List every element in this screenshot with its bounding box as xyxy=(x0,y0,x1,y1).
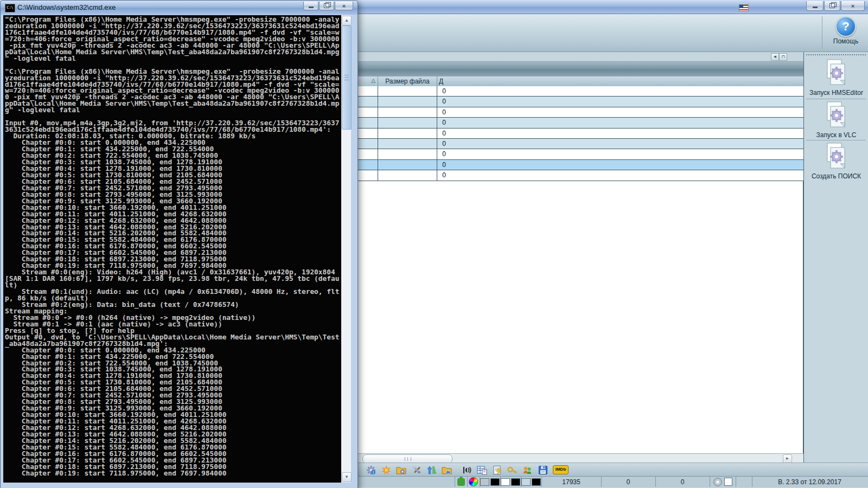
cell-duration: 0 xyxy=(437,139,447,149)
cmd-close-button[interactable]: × xyxy=(335,2,353,10)
panel-drag-handle[interactable] xyxy=(806,54,866,55)
help-question-icon: ? xyxy=(835,16,856,37)
cell-duration: 0 xyxy=(437,86,447,96)
media-folder-settings-icon[interactable] xyxy=(396,465,406,475)
access-key-icon[interactable] xyxy=(507,465,518,475)
console-output-area[interactable]: "C:\Program Files (x86)\Home Media Serve… xyxy=(3,15,341,483)
folder-sync-icon[interactable] xyxy=(442,465,452,475)
help-label: Помощь xyxy=(826,37,866,45)
cmd-window-title: C:\Windows\system32\cmd.exe xyxy=(17,3,116,11)
swatch-gray xyxy=(480,478,489,486)
cell-size xyxy=(378,86,437,96)
hms-minimize-button[interactable] xyxy=(806,1,824,11)
hms-close-button[interactable]: × xyxy=(841,1,865,11)
console-text: "C:\Program Files (x86)\Home Media Serve… xyxy=(3,15,341,477)
color-wheel-icon xyxy=(469,477,478,486)
status-cell-empty xyxy=(356,477,455,487)
help-button[interactable]: ? Помощь xyxy=(826,15,866,50)
swatch-white xyxy=(501,478,510,486)
hms-restore-button[interactable] xyxy=(824,1,840,11)
swatch-black-3 xyxy=(532,478,541,486)
clients-users-icon[interactable] xyxy=(522,465,533,475)
status-plugin-cell[interactable] xyxy=(455,477,468,487)
settings-gear-icon[interactable]: ! xyxy=(366,465,376,475)
swatch-lightblue xyxy=(521,478,531,486)
tools-icon[interactable] xyxy=(411,465,422,475)
playlist-table-icon[interactable] xyxy=(477,465,487,475)
vertical-scroll-thumb[interactable] xyxy=(342,25,352,130)
status-cell-small xyxy=(736,477,752,487)
status-swatch-cell-3 xyxy=(521,477,542,487)
status-version: В. 2.33 от 12.09.2017 xyxy=(752,477,867,487)
imdb-logo: IMDb xyxy=(553,465,569,474)
sort-ascending-icon: △ xyxy=(371,78,375,84)
status-color-cell[interactable] xyxy=(467,477,480,487)
document-gear-icon xyxy=(824,59,849,86)
side-panel: Запуск HMSEditor Запуск в VLC Создать ПО… xyxy=(803,52,868,463)
cell-duration: 0 xyxy=(437,160,447,170)
cmd-titlebar[interactable]: C:\ C:\Windows\system32\cmd.exe × xyxy=(1,1,358,15)
status-swatch-cell-1 xyxy=(480,477,501,487)
cmd-app-icon: C:\ xyxy=(5,4,15,12)
restart-burst-icon[interactable] xyxy=(381,465,391,475)
launch-hmseditor-button[interactable]: Запуск HMSEditor xyxy=(804,59,868,97)
create-search-button[interactable]: Создать ПОИСК xyxy=(804,142,868,180)
document-gear-icon xyxy=(824,101,849,128)
broadcast-speaker-icon[interactable] xyxy=(462,465,472,475)
cell-size xyxy=(378,118,437,127)
cell-duration: 0 xyxy=(437,97,447,106)
cmd-minimize-button[interactable] xyxy=(303,2,318,10)
cell-duration: 0 xyxy=(437,170,447,180)
document-gear-icon xyxy=(824,142,849,169)
disc-icon xyxy=(713,478,722,486)
toolbar-separator xyxy=(822,16,822,49)
desktop: × ? Помощь ◄ ⊓ Жанр Год Оценка Путь △ Ра… xyxy=(0,0,868,488)
status-value-a: 0 xyxy=(601,477,656,487)
cmd-window: C:\ C:\Windows\system32\cmd.exe × "C:\Pr… xyxy=(0,0,358,488)
cell-duration: 0 xyxy=(437,107,447,117)
swatch-black-2 xyxy=(511,478,520,486)
swatch-black-1 xyxy=(490,478,500,486)
log-lightning-icon[interactable] xyxy=(492,465,502,475)
status-value-b: 0 xyxy=(655,477,710,487)
sort-database-icon[interactable] xyxy=(426,465,437,475)
collapse-panel-button[interactable]: ◄ xyxy=(771,53,779,61)
cell-duration: 0 xyxy=(437,149,447,159)
cell-size xyxy=(378,160,437,170)
scroll-down-button[interactable]: ▼ xyxy=(342,472,352,482)
column-header-duration[interactable]: Д xyxy=(437,76,447,86)
launch-vlc-button[interactable]: Запуск в VLC xyxy=(804,101,868,139)
white-square-indicator xyxy=(724,478,732,486)
create-search-label: Создать ПОИСК xyxy=(804,172,868,180)
cell-size xyxy=(378,97,437,106)
cell-size xyxy=(378,149,437,159)
panel-separator xyxy=(806,99,866,99)
scroll-up-button[interactable]: ▲ xyxy=(342,16,352,25)
launch-hmseditor-label: Запуск HMSEditor xyxy=(804,89,868,97)
cell-size xyxy=(378,139,437,149)
cell-size xyxy=(378,170,437,180)
launch-vlc-label: Запуск в VLC xyxy=(804,131,868,139)
status-disc-cell xyxy=(710,477,736,487)
cell-duration: 0 xyxy=(437,129,447,138)
panel-separator xyxy=(806,140,866,140)
cell-size xyxy=(378,107,437,117)
language-flag-icon[interactable] xyxy=(739,4,749,11)
cmd-vertical-scrollbar[interactable]: ▲ ▼ xyxy=(341,15,351,483)
status-item-count: 17935 xyxy=(541,477,602,487)
imdb-icon[interactable]: IMDb xyxy=(553,465,569,475)
plugin-puzzle-icon xyxy=(457,478,465,486)
cmd-restore-button[interactable] xyxy=(319,2,334,10)
save-icon[interactable] xyxy=(538,465,548,475)
cell-duration: 0 xyxy=(437,118,447,127)
column-header-filesize[interactable]: Размер файла xyxy=(378,76,437,86)
pin-panel-button[interactable]: ⊓ xyxy=(779,53,787,61)
status-swatch-cell-2 xyxy=(500,477,521,487)
cell-size xyxy=(378,129,437,138)
svg-text:!: ! xyxy=(372,470,373,474)
